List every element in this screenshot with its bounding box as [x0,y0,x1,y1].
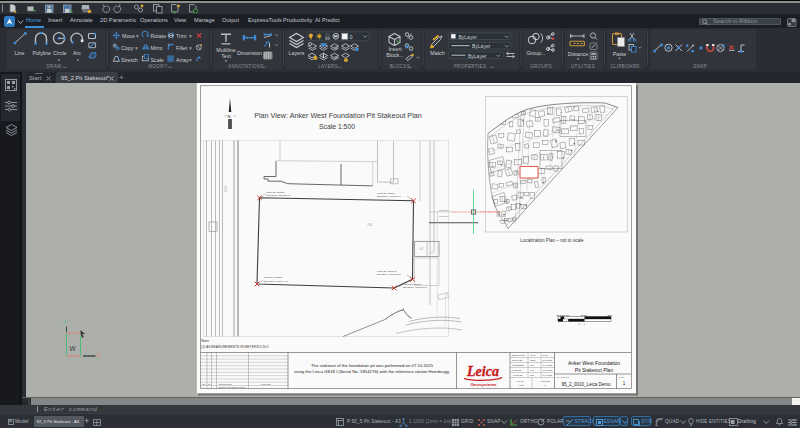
svg-text:CAD: CAD [530,369,535,371]
svg-text:(1) All MEASUREMENTS IN METERS: (1) All MEASUREMENTS IN METERS U.N.O [201,344,269,348]
svg-text:95_2_0010_Leica Demo: 95_2_0010_Leica Demo [561,381,611,386]
svg-text:Elevation: 405,241 m: Elevation: 405,241 m [403,286,427,289]
svg-text:Line: Line [15,50,25,56]
svg-text:Stretch: Stretch [121,57,138,63]
svg-text:DESCRIPTION: DESCRIPTION [512,354,526,356]
svg-text:5m: 5m [566,313,569,316]
svg-text:Arc: Arc [73,50,81,56]
svg-text:Polyline: Polyline [33,50,52,56]
svg-text:Elevation: 405,240 m: Elevation: 405,240 m [377,273,401,276]
svg-text:Elevation: 405,244 m: Elevation: 405,244 m [264,279,288,282]
svg-text:102: 102 [419,246,424,250]
svg-text:Elevation: 405,237 m: Elevation: 405,237 m [377,195,401,198]
svg-text:DRAWING NO: DRAWING NO [557,376,570,378]
svg-text:▾: ▾ [189,33,192,39]
svg-text:W: W [70,344,77,351]
svg-text:DRAW: DRAW [46,64,61,69]
svg-text:05.10.2025: 05.10.2025 [543,359,552,361]
svg-text:Circle: Circle [53,50,67,56]
svg-text:Block...: Block... [386,52,403,58]
svg-text:ANNOTATIONS: ANNOTATIONS [228,64,264,69]
svg-text:Localization Plan – not to sca: Localization Plan – not to scale [520,238,584,243]
svg-text:CHECKED: CHECKED [512,369,522,371]
svg-text:MTHD: MTHD [530,354,536,356]
svg-text:07.10.2025: 07.10.2025 [543,369,552,371]
svg-text:Anker West Foundation: Anker West Foundation [568,359,620,365]
svg-text:Trim: Trim [176,33,187,39]
svg-text:APPROVED: APPROVED [512,374,523,376]
svg-text:Paste: Paste [613,51,627,57]
svg-text:GNSS: GNSS [530,359,536,361]
svg-text:MODIFY: MODIFY [148,64,168,69]
svg-text:SCALE: SCALE [517,379,524,381]
svg-text:ByLayer: ByLayer [468,53,487,59]
svg-text:UTILITIES: UTILITIES [571,64,595,69]
svg-text:DATE: DATE [543,354,549,356]
svg-text:Move: Move [122,33,135,39]
svg-text:SNAP: SNAP [693,64,707,69]
svg-text:2.5m: 2.5m [560,313,565,316]
svg-text:ByLayer: ByLayer [459,34,478,40]
svg-text:▾: ▾ [135,45,138,51]
svg-text:PAGE: PAGE [619,376,625,378]
svg-text:744: 744 [367,222,373,226]
svg-text:LAYERS: LAYERS [318,64,338,69]
svg-text:25m: 25m [608,313,613,316]
svg-text:1024: 1024 [224,185,228,192]
svg-text:Pit Stakeout Plan: Pit Stakeout Plan [575,366,614,372]
svg-text:PROCESSED: PROCESSED [512,364,525,366]
svg-text:Elevation: 405,230 m: Elevation: 405,230 m [267,194,291,197]
svg-text:Distance: Distance [568,51,589,57]
svg-text:PROPERTIES: PROPERTIES [454,64,487,69]
svg-text:Leica: Leica [466,364,499,379]
svg-text:PAGE SIZE: PAGE SIZE [540,379,551,381]
svg-text:GROUPS: GROUPS [530,64,552,69]
svg-text:Plan View: Anker West Foundati: Plan View: Anker West Foundation Pit Sta… [254,111,422,120]
svg-text:using the Leica GS18 I (Serial: using the Leica GS18 I (Serial No. 18542… [294,368,450,373]
svg-text:DESCRIPTION: DESCRIPTION [219,382,233,384]
svg-text:Fillet: Fillet [176,45,188,51]
svg-text:Copy: Copy [121,45,134,51]
svg-text:▾: ▾ [189,45,192,51]
svg-text:SURVEYED: SURVEYED [512,359,523,361]
svg-text:07.10.2025: 07.10.2025 [543,374,552,376]
svg-text:A3: A3 [543,383,545,385]
svg-text:12.5m: 12.5m [581,313,588,316]
svg-text:The stakeout of the foundation: The stakeout of the foundation pit was p… [311,362,434,367]
svg-text:Geosystems: Geosystems [470,381,497,386]
svg-text:Y: Y [63,319,67,325]
svg-text:X: X [97,352,101,358]
svg-text:Rotate: Rotate [151,33,167,39]
svg-text:06.10.2025: 06.10.2025 [543,364,552,366]
svg-text:Group...: Group... [526,50,545,56]
svg-text:▾: ▾ [189,57,192,63]
svg-text:Scale: Scale [151,57,164,63]
svg-text:207: 207 [430,251,435,255]
svg-text:Array: Array [176,57,189,63]
svg-text:0: 0 [350,34,353,40]
svg-text:CLIPBOARD: CLIPBOARD [610,64,640,69]
svg-text:APPROVED: APPROVED [260,382,271,384]
svg-text:Layers: Layers [289,50,305,56]
svg-text:1:500: 1:500 [519,383,524,385]
svg-text:N: N [228,113,231,118]
svg-text:Match: Match [430,50,444,56]
svg-text:▾: ▾ [136,33,139,39]
svg-text:Scale 1:500: Scale 1:500 [319,122,355,129]
svg-text:ByLayer: ByLayer [472,43,491,49]
svg-text:Mirro: Mirro [151,45,163,51]
svg-text:Text: Text [221,53,231,59]
svg-text:ISSUED FOR CONSTRUCTION: ISSUED FOR CONSTRUCTION [218,386,246,388]
svg-text:Note: Note [201,339,209,343]
svg-text:Dimension: Dimension [237,50,262,56]
svg-text:BLOCKS: BLOCKS [390,64,410,69]
